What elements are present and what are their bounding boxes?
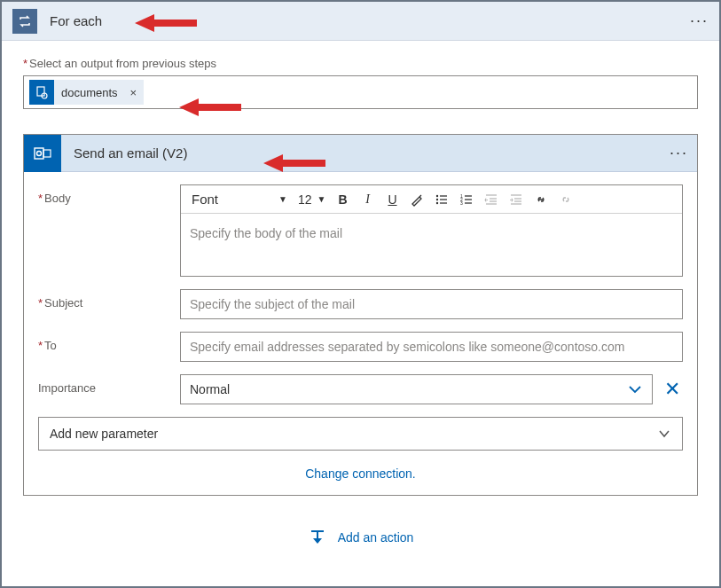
token-remove-icon[interactable]: ×: [123, 86, 145, 99]
email-title: Send an email (V2): [74, 145, 187, 161]
color-icon[interactable]: [405, 188, 428, 211]
output-token-input[interactable]: documents ×: [23, 75, 698, 109]
email-action-card: Send an email (V2) ··· *Body Font▼: [23, 134, 698, 496]
unlink-icon[interactable]: [554, 188, 577, 211]
subject-label: *Subject: [38, 289, 180, 310]
email-header-bar[interactable]: Send an email (V2) ···: [24, 135, 697, 172]
richtext-toolbar: Font▼ 12▼ B I U: [181, 185, 682, 214]
importance-value: Normal: [190, 382, 230, 396]
loop-icon: [12, 9, 37, 34]
change-connection-link[interactable]: Change connection.: [38, 466, 683, 481]
numbered-list-icon[interactable]: 1 2 3: [455, 188, 478, 211]
add-parameter-label: Add new parameter: [50, 427, 158, 441]
documents-token-icon: [29, 80, 54, 105]
body-textarea[interactable]: Specify the body of the mail: [181, 214, 682, 276]
to-label: *To: [38, 332, 180, 352]
email-menu-button[interactable]: ···: [670, 144, 688, 162]
chevron-down-icon: [657, 427, 671, 441]
clear-importance-button[interactable]: ✕: [662, 378, 683, 401]
underline-icon[interactable]: U: [380, 188, 404, 211]
add-action-label: Add an action: [338, 530, 414, 545]
token-label: documents: [61, 86, 123, 99]
importance-label: Importance: [38, 374, 180, 395]
outdent-icon[interactable]: [480, 188, 503, 211]
svg-text:3: 3: [460, 200, 463, 206]
svg-rect-2: [35, 148, 43, 159]
link-icon[interactable]: [529, 188, 553, 211]
importance-select[interactable]: Normal: [180, 374, 653, 404]
font-selector[interactable]: Font▼: [186, 188, 293, 211]
svg-point-9: [436, 201, 438, 203]
svg-point-5: [436, 194, 438, 196]
add-parameter-select[interactable]: Add new parameter: [38, 417, 683, 451]
chevron-down-icon: [627, 381, 643, 397]
outlook-icon: [24, 135, 61, 172]
to-input[interactable]: [180, 332, 683, 362]
token-documents[interactable]: documents ×: [29, 80, 144, 105]
bullet-list-icon[interactable]: [430, 188, 453, 211]
add-action-button[interactable]: Add an action: [23, 528, 698, 547]
italic-icon[interactable]: I: [356, 188, 379, 211]
svg-rect-0: [37, 87, 44, 96]
svg-point-7: [436, 198, 438, 200]
font-size-selector[interactable]: 12▼: [294, 188, 329, 211]
foreach-title: For each: [50, 13, 102, 28]
svg-point-4: [37, 151, 42, 155]
indent-icon[interactable]: [505, 188, 528, 211]
foreach-header-bar[interactable]: For each ···: [2, 2, 719, 41]
svg-rect-3: [43, 150, 51, 157]
body-label: *Body: [38, 184, 180, 205]
select-output-label: *Select an output from previous steps: [23, 57, 698, 70]
bold-icon[interactable]: B: [331, 188, 354, 211]
add-action-icon: [308, 528, 327, 547]
body-editor[interactable]: Font▼ 12▼ B I U: [180, 184, 683, 277]
subject-input[interactable]: [180, 289, 683, 319]
foreach-menu-button[interactable]: ···: [690, 12, 709, 30]
